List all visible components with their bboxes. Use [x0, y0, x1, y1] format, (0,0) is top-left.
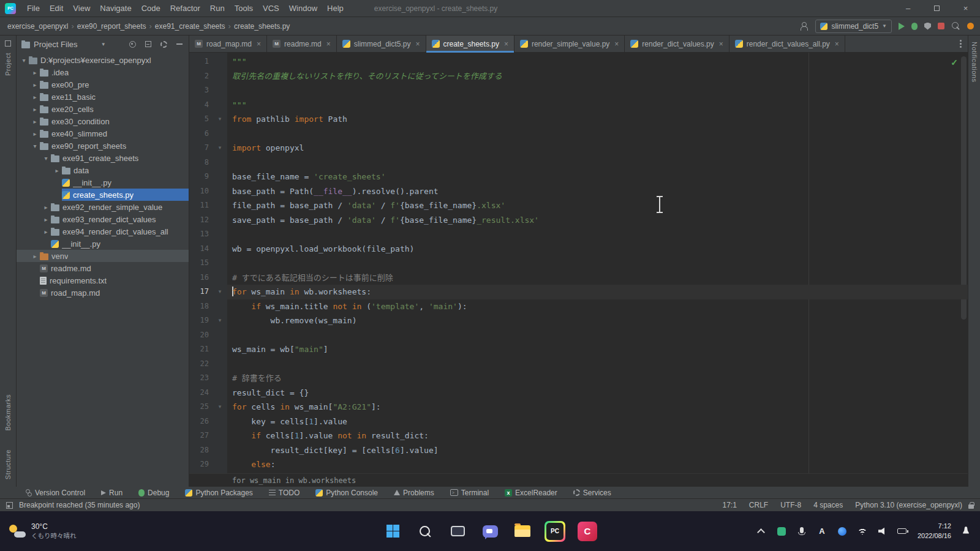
tool-window-button-problems[interactable]: Problems	[394, 489, 434, 497]
code-line-7[interactable]: 7▾import openpyxl	[189, 141, 968, 156]
menu-tools[interactable]: Tools	[230, 0, 258, 17]
tree-item-D:¥projects¥exercise_openpyxl[interactable]: ▾D:¥projects¥exercise_openpyxl	[17, 54, 189, 66]
settings-gear-icon[interactable]	[160, 41, 167, 48]
run-button[interactable]	[899, 23, 905, 30]
chevron-right-icon[interactable]: ▸	[30, 69, 40, 76]
fold-marker-icon[interactable]: ▾	[213, 112, 227, 127]
line-number[interactable]: 24	[189, 386, 213, 400]
hidden-icons-chevron-icon[interactable]	[756, 525, 767, 538]
file-explorer-button[interactable]	[510, 519, 535, 544]
chevron-right-icon[interactable]: ▸	[41, 216, 51, 223]
chevron-down-icon[interactable]: ▾	[19, 57, 29, 64]
status-indent[interactable]: 4 spaces	[813, 501, 843, 509]
tab-options[interactable]	[954, 36, 968, 52]
line-number[interactable]: 5	[189, 112, 213, 127]
tree-item-exe93_render_dict_values[interactable]: ▸exe93_render_dict_values	[17, 213, 189, 225]
line-number[interactable]: 14	[189, 242, 213, 257]
line-number[interactable]: 3	[189, 83, 213, 98]
tree-item-exe11_basic[interactable]: ▸exe11_basic	[17, 91, 189, 103]
code-line-14[interactable]: 14wb = openpyxl.load_workbook(file_path)	[189, 242, 968, 257]
code-line-5[interactable]: 5▾from pathlib import Path	[189, 112, 968, 127]
code-line-3[interactable]: 3	[189, 83, 968, 98]
code-line-27[interactable]: 27 if cells[1].value not in result_dict:	[189, 429, 968, 443]
menu-view[interactable]: View	[68, 0, 95, 17]
user-profile-icon[interactable]	[799, 22, 809, 31]
code-line-19[interactable]: 19▾ wb.remove(ws_main)	[189, 313, 968, 328]
tab-render_simple_value.py[interactable]: render_simple_value.py×	[514, 36, 625, 52]
menu-window[interactable]: Window	[284, 0, 322, 17]
close-icon[interactable]: ×	[257, 40, 261, 48]
code-line-2[interactable]: 2取引先名の重複しないリストを作り、そのリストに従ってシートを作成する	[189, 69, 968, 84]
line-number[interactable]: 1	[189, 54, 213, 69]
line-number[interactable]: 9	[189, 170, 213, 184]
chevron-down-icon[interactable]: ▼	[101, 42, 106, 47]
line-number[interactable]: 19	[189, 313, 213, 328]
line-number[interactable]: 20	[189, 328, 213, 343]
code-line-4[interactable]: 4"""	[189, 98, 968, 113]
search-button[interactable]	[413, 519, 437, 544]
tree-item-exe94_render_dict_values_all[interactable]: ▸exe94_render_dict_values_all	[17, 225, 189, 238]
code-line-26[interactable]: 26 key = cells[1].value	[189, 414, 968, 429]
breadcrumb-item[interactable]: create_sheets.py	[233, 22, 291, 31]
fold-marker-icon[interactable]: ▾	[213, 400, 227, 414]
code-line-28[interactable]: 28 result_dict[key] = [cells[6].value]	[189, 443, 968, 458]
tree-item-exe90_report_sheets[interactable]: ▾exe90_report_sheets	[17, 140, 189, 152]
chevron-down-icon[interactable]: ▾	[30, 143, 40, 149]
tree-item-exe00_pre[interactable]: ▸exe00_pre	[17, 78, 189, 91]
tool-window-button-todo[interactable]: TODO	[269, 489, 300, 497]
chevron-down-icon[interactable]: ▾	[41, 155, 51, 162]
stop-button[interactable]	[938, 23, 944, 29]
menu-navigate[interactable]: Navigate	[95, 0, 136, 17]
tool-window-button-run[interactable]: Run	[101, 489, 123, 497]
line-number[interactable]: 12	[189, 213, 213, 228]
tool-stripe-structure[interactable]: Structure	[4, 449, 12, 479]
tree-item-requirements.txt[interactable]: requirements.txt	[17, 274, 189, 287]
chat-button[interactable]	[478, 519, 502, 544]
start-button[interactable]	[380, 519, 405, 544]
close-icon[interactable]: ×	[504, 40, 508, 48]
close-icon[interactable]: ×	[415, 40, 420, 48]
line-number[interactable]: 29	[189, 457, 213, 472]
code-line-22[interactable]: 22	[189, 357, 968, 372]
line-number[interactable]: 15	[189, 256, 213, 271]
battery-icon[interactable]	[897, 525, 908, 538]
tree-item-__init__.py[interactable]: __init__.py	[17, 176, 189, 189]
tool-window-button-version-control[interactable]: Version Control	[26, 489, 85, 497]
tree-item-exe92_render_simple_value[interactable]: ▸exe92_render_simple_value	[17, 201, 189, 213]
menu-refactor[interactable]: Refactor	[165, 0, 205, 17]
code-line-17[interactable]: 17▾for ws_main in wb.worksheets:	[189, 285, 968, 299]
ide-notification-icon[interactable]	[967, 23, 974, 29]
tree-item-.idea[interactable]: ▸.idea	[17, 66, 189, 78]
close-button[interactable]: ×	[951, 0, 980, 17]
menu-code[interactable]: Code	[137, 0, 165, 17]
collapse-all-icon[interactable]	[145, 41, 151, 47]
taskbar-clock[interactable]: 7:12 2022/08/16	[918, 522, 951, 541]
tool-stripe-project[interactable]: Project	[4, 53, 12, 76]
line-number[interactable]: 23	[189, 371, 213, 386]
tree-item-data[interactable]: ▸data	[17, 164, 189, 176]
code-line-13[interactable]: 13	[189, 227, 968, 242]
tool-window-button-debug[interactable]: Debug	[138, 489, 169, 497]
chevron-right-icon[interactable]: ▸	[41, 204, 51, 211]
tool-stripe-notifications[interactable]: Notifications	[971, 42, 978, 82]
ime-mode-icon[interactable]: A	[816, 525, 827, 538]
microphone-icon[interactable]	[796, 525, 807, 538]
clipchamp-button[interactable]	[575, 519, 600, 544]
line-number[interactable]: 26	[189, 414, 213, 429]
code-editor[interactable]: ✓ 1"""2取引先名の重複しないリストを作り、そのリストに従ってシートを作成す…	[189, 53, 968, 473]
tree-item-road_map.md[interactable]: road_map.md	[17, 287, 189, 299]
tab-slimmed_dict5.py[interactable]: slimmed_dict5.py×	[337, 36, 426, 52]
code-line-1[interactable]: 1"""	[189, 54, 968, 69]
tree-item-venv[interactable]: ▸venv	[17, 250, 189, 262]
status-caret-position[interactable]: 17:1	[722, 501, 736, 509]
tree-item-__init__.py[interactable]: __init__.py	[17, 238, 189, 250]
tool-window-button-services[interactable]: Services	[573, 489, 611, 497]
code-line-25[interactable]: 25▾for cells in ws_main["A2:G21"]:	[189, 400, 968, 414]
line-number[interactable]: 28	[189, 443, 213, 458]
menu-edit[interactable]: Edit	[45, 0, 68, 17]
fold-marker-icon[interactable]: ▾	[213, 285, 227, 299]
volume-icon[interactable]	[877, 525, 888, 538]
fold-marker-icon[interactable]: ▾	[213, 313, 227, 328]
wifi-icon[interactable]	[857, 525, 868, 538]
menu-run[interactable]: Run	[205, 0, 230, 17]
